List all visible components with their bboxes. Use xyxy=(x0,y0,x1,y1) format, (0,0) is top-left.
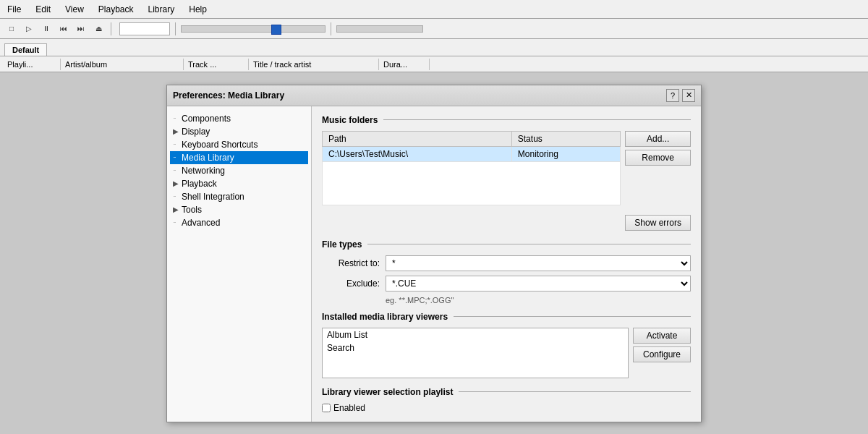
col-artist[interactable]: Artist/album xyxy=(61,59,184,70)
music-folders-header: Music folders xyxy=(322,115,691,125)
dialog-title: Preferences: Media Library xyxy=(173,90,284,101)
dialog-controls: ? ✕ xyxy=(666,89,695,102)
folders-col-status: Status xyxy=(511,131,621,146)
file-types-header: File types xyxy=(322,239,691,250)
folders-table: Path Status C:\Users\Test\Music\ Monitor… xyxy=(322,131,621,205)
folders-buttons: Add... Remove Show errors xyxy=(625,131,691,231)
folder-status-cell: Monitoring xyxy=(511,146,621,161)
tree-dots-networking: ··· xyxy=(173,167,179,174)
viewers-list[interactable]: Album List Search xyxy=(322,328,629,378)
main-area: Preferences: Media Library ? ✕ ··· Compo… xyxy=(0,72,868,434)
tree-label-keyboard: Keyboard Shortcuts xyxy=(182,140,258,150)
seek-area xyxy=(119,22,423,35)
activate-button[interactable]: Activate xyxy=(633,328,691,344)
tree-item-playback[interactable]: ▶ Playback xyxy=(170,177,308,190)
tree-dots-keyboard: ··· xyxy=(173,141,179,148)
tree-dots-advanced: ··· xyxy=(173,219,179,226)
open-button[interactable]: ⏏ xyxy=(91,22,106,36)
viewer-buttons: Activate Configure xyxy=(633,328,691,362)
file-types-hint: eg. **.MPC;*.OGG" xyxy=(386,296,691,305)
col-duration[interactable]: Dura... xyxy=(379,59,430,70)
exclude-label: Exclude: xyxy=(322,278,380,289)
tree-nav: ··· Components ▶ Display ··· Keyboard Sh… xyxy=(167,106,312,422)
selection-playlist-header: Library viewer selection playlist xyxy=(322,387,691,397)
folder-path-cell: C:\Users\Test\Music\ xyxy=(323,146,512,161)
menu-view[interactable]: View xyxy=(62,4,87,15)
next-button[interactable]: ⏭ xyxy=(74,22,88,36)
tree-label-display: Display xyxy=(182,127,210,137)
col-track[interactable]: Track ... xyxy=(184,59,249,70)
tree-label-shell: Shell Integration xyxy=(182,192,244,202)
expand-icon-playback: ▶ xyxy=(173,179,179,187)
pause-button[interactable]: ⏸ xyxy=(39,22,54,36)
toolbar-separator-1 xyxy=(111,22,111,35)
music-folders-section: Path Status C:\Users\Test\Music\ Monitor… xyxy=(322,131,691,231)
prev-button[interactable]: ⏮ xyxy=(56,22,71,36)
col-title[interactable]: Title / track artist xyxy=(249,59,379,70)
table-row[interactable]: C:\Users\Test\Music\ Monitoring xyxy=(323,146,621,161)
viewers-section: Album List Search Activate Configure xyxy=(322,328,691,378)
tree-item-shell[interactable]: ··· Shell Integration xyxy=(170,190,308,203)
tree-label-tools: Tools xyxy=(182,205,202,215)
tab-bar: Default xyxy=(0,39,868,56)
dialog-help-button[interactable]: ? xyxy=(666,89,679,102)
tree-label-advanced: Advanced xyxy=(182,218,220,228)
enabled-row: Enabled xyxy=(322,403,691,413)
tree-item-networking[interactable]: ··· Networking xyxy=(170,164,308,177)
folders-table-container: Path Status C:\Users\Test\Music\ Monitor… xyxy=(322,131,621,210)
dialog-body: ··· Components ▶ Display ··· Keyboard Sh… xyxy=(167,106,701,422)
menu-bar: File Edit View Playback Library Help xyxy=(0,0,868,19)
configure-button[interactable]: Configure xyxy=(633,346,691,362)
tree-item-advanced[interactable]: ··· Advanced xyxy=(170,216,308,229)
exclude-row: Exclude: *.CUE xyxy=(322,276,691,292)
tree-item-tools[interactable]: ▶ Tools xyxy=(170,203,308,216)
dialog-overlay: Preferences: Media Library ? ✕ ··· Compo… xyxy=(0,72,868,434)
tree-item-components[interactable]: ··· Components xyxy=(170,112,308,125)
enabled-label: Enabled xyxy=(333,403,365,413)
toolbar-separator-3 xyxy=(331,22,331,35)
tree-dots-media-library: ··· xyxy=(173,154,179,161)
show-errors-button[interactable]: Show errors xyxy=(625,215,691,231)
dialog-titlebar: Preferences: Media Library ? ✕ xyxy=(167,85,701,106)
tab-default[interactable]: Default xyxy=(4,43,47,56)
folders-col-path: Path xyxy=(323,131,512,146)
button-spacer xyxy=(625,169,691,212)
tree-item-media-library[interactable]: ··· Media Library xyxy=(170,151,308,164)
volume-track[interactable] xyxy=(336,25,423,33)
tree-item-keyboard[interactable]: ··· Keyboard Shortcuts xyxy=(170,138,308,151)
seek-thumb[interactable] xyxy=(271,25,281,35)
restrict-label: Restrict to: xyxy=(322,258,380,268)
installed-viewers-header: Installed media library viewers xyxy=(322,312,691,322)
seek-track[interactable] xyxy=(181,25,326,33)
table-row-empty xyxy=(323,161,621,205)
menu-help[interactable]: Help xyxy=(186,4,210,15)
expand-icon-display: ▶ xyxy=(173,127,179,135)
viewer-item-album-list[interactable]: Album List xyxy=(323,328,628,341)
viewer-item-search[interactable]: Search xyxy=(323,341,628,354)
exclude-select[interactable]: *.CUE xyxy=(386,276,691,292)
tree-dots-components: ··· xyxy=(173,115,179,122)
tree-label-playback: Playback xyxy=(182,179,217,189)
play-button[interactable]: ▷ xyxy=(22,22,36,36)
remove-folder-button[interactable]: Remove xyxy=(625,150,691,166)
enabled-checkbox[interactable] xyxy=(322,404,331,412)
restrict-select[interactable]: * xyxy=(386,255,691,271)
seek-input[interactable] xyxy=(119,22,170,35)
stop-button[interactable]: □ xyxy=(4,22,19,36)
toolbar: □ ▷ ⏸ ⏮ ⏭ ⏏ xyxy=(0,19,868,39)
tree-item-display[interactable]: ▶ Display xyxy=(170,125,308,138)
col-playlist[interactable]: Playli... xyxy=(3,59,61,70)
menu-file[interactable]: File xyxy=(4,4,24,15)
tree-label-media-library: Media Library xyxy=(182,153,234,163)
tree-label-components: Components xyxy=(182,114,231,124)
content-panel: Music folders Path Status xyxy=(312,106,701,422)
column-headers: Playli... Artist/album Track ... Title /… xyxy=(0,56,868,72)
add-folder-button[interactable]: Add... xyxy=(625,131,691,147)
dialog-close-button[interactable]: ✕ xyxy=(682,89,695,102)
menu-edit[interactable]: Edit xyxy=(33,4,54,15)
tree-dots-shell: ··· xyxy=(173,193,179,200)
preferences-dialog: Preferences: Media Library ? ✕ ··· Compo… xyxy=(166,85,702,422)
menu-library[interactable]: Library xyxy=(145,4,178,15)
menu-playback[interactable]: Playback xyxy=(95,4,137,15)
tree-label-networking: Networking xyxy=(182,166,225,176)
